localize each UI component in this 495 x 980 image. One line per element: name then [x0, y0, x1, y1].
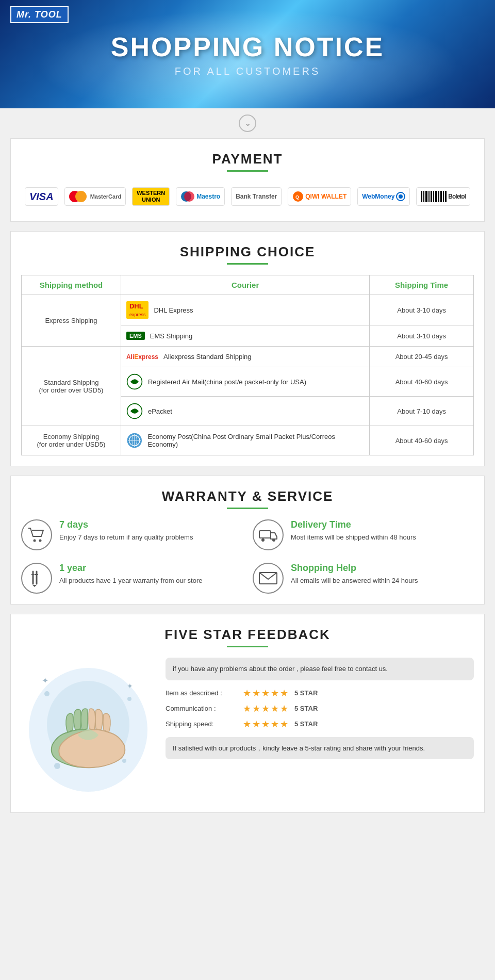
feedback-inner: ✦ ✦ if you have any problems abou: [21, 658, 474, 802]
warranty-text-7days: 7 days Enjoy 7 days to return if any qua…: [59, 519, 193, 543]
chevron-down-icon: ⌄: [239, 115, 256, 132]
epacket-time: About 7-10 days: [370, 397, 474, 426]
economy-time: About 40-60 days: [370, 426, 474, 455]
warranty-heading-1year: 1 year: [59, 563, 202, 574]
ems-courier-cell: EMS EMS Shipping: [121, 325, 369, 347]
boletol-label: Boletol: [448, 193, 466, 200]
svg-point-1: [184, 191, 194, 202]
chinapost-label: Registered Air Mail(china post/e packet-…: [148, 378, 306, 386]
banner-logo: Mr. TOOL: [10, 6, 69, 23]
chevron-row: ⌄: [0, 108, 495, 138]
mail-icon: [253, 563, 284, 594]
warranty-heading-7days: 7 days: [59, 519, 193, 530]
feedback-section: FIVE STAR FEEDBACK ✦ ✦: [10, 614, 485, 813]
svg-rect-10: [431, 191, 432, 202]
boletol-logo: Boletol: [416, 187, 470, 206]
warranty-text-delivery: Delivery Time Most items will be shipped…: [291, 519, 416, 543]
rating-stars-described: ★★★★★: [243, 688, 289, 699]
warranty-item-help: Shopping Help All emails will be answere…: [253, 563, 474, 594]
mc-circles: [69, 191, 87, 202]
tools-svg: [29, 569, 44, 587]
table-row: Economy Shipping(for order under USD5) E…: [22, 426, 474, 455]
webmoney-logo: WebMoney: [357, 187, 410, 206]
svg-point-5: [399, 194, 403, 199]
svg-point-25: [39, 540, 42, 542]
table-header-courier: Courier: [121, 275, 369, 295]
svg-rect-26: [259, 531, 271, 538]
mail-svg: [259, 571, 277, 585]
aliexpress-courier-cell: AliExpress Aliexpress Standard Shipping: [121, 347, 369, 367]
handshake-wrap: ✦ ✦: [21, 658, 155, 802]
rating-row-communication: Communication : ★★★★★ 5 STAR: [166, 703, 474, 714]
warranty-title: WARRANTY & SERVICE: [21, 488, 474, 504]
express-method: Express Shipping: [22, 295, 121, 347]
warranty-item-1year: 1 year All products have 1 year warranty…: [21, 563, 242, 594]
feedback-title: FIVE STAR FEEDBACK: [21, 627, 474, 643]
bubble2-text: If satisfied with our products，kindly le…: [173, 744, 425, 752]
banner-subtitle: FOR ALL CUSTOMERS: [175, 66, 321, 77]
warranty-heading-help: Shopping Help: [291, 563, 418, 574]
svg-point-39: [122, 759, 126, 763]
warranty-heading-delivery: Delivery Time: [291, 519, 416, 530]
qiwi-logo: Q QIWI WALLET: [288, 187, 351, 206]
rating-value-shipping: 5 STAR: [294, 720, 318, 728]
visa-logo: VISA: [25, 187, 58, 206]
economy-courier-cell: Economy Post(China Post Ordinary Small P…: [121, 426, 369, 455]
rating-label-shipping: Shipping speed:: [166, 720, 238, 728]
svg-rect-6: [421, 191, 422, 202]
svg-rect-15: [443, 191, 444, 202]
wu-label: WESTERNUNION: [137, 190, 165, 203]
rating-label-communication: Communication :: [166, 705, 238, 712]
svg-point-24: [34, 540, 36, 542]
svg-rect-13: [438, 191, 439, 202]
maestro-label: Maestro: [196, 193, 220, 200]
banner-title: SHOPPING NOTICE: [111, 31, 384, 62]
shipping-underline: [227, 263, 268, 265]
economy-courier: Economy Post(China Post Ordinary Small P…: [126, 430, 364, 451]
epacket-label: ePacket: [148, 407, 172, 415]
warranty-underline: [227, 508, 268, 509]
svg-point-28: [272, 538, 275, 542]
aliexpress-logo: AliExpress: [126, 353, 158, 361]
chinapost-time: About 40-60 days: [370, 367, 474, 397]
rating-value-communication: 5 STAR: [294, 705, 318, 712]
ems-courier: EMS EMS Shipping: [126, 330, 364, 342]
feedback-right: if you have any problems about the order…: [166, 658, 474, 759]
svg-point-36: [44, 691, 50, 696]
boletol-barcode-icon: [421, 191, 447, 202]
tools-icon: [21, 563, 52, 594]
table-header-method: Shipping method: [22, 275, 121, 295]
warranty-grid: 7 days Enjoy 7 days to return if any qua…: [21, 519, 474, 594]
epacket-courier-cell: ePacket: [121, 397, 369, 426]
svg-rect-8: [425, 191, 427, 202]
economy-method: Economy Shipping(for order under USD5): [22, 426, 121, 455]
table-row: Express Shipping DHLexpress DHL Express …: [22, 295, 474, 325]
warranty-section: WARRANTY & SERVICE 7 days Enjoy 7 days t…: [10, 476, 485, 605]
shipping-title: SHIPPING CHOICE: [21, 244, 474, 260]
svg-rect-14: [440, 191, 442, 202]
bank-transfer-logo: Bank Transfer: [231, 187, 282, 206]
aliexpress-label: Aliexpress Standard Shipping: [163, 353, 252, 361]
payment-section: PAYMENT VISA MasterCard WESTERNUNION Mae…: [10, 138, 485, 222]
svg-point-27: [261, 538, 265, 542]
un-logo: [126, 432, 143, 449]
rating-row-described: Item as described : ★★★★★ 5 STAR: [166, 688, 474, 699]
shipping-table: Shipping method Courier Shipping Time Ex…: [21, 275, 474, 455]
aliexpress-time: About 20-45 days: [370, 347, 474, 367]
mastercard-logo: MasterCard: [64, 187, 126, 206]
warranty-text-1year: 1 year All products have 1 year warranty…: [59, 563, 202, 586]
ems-logo: EMS: [126, 332, 145, 340]
dhl-label: DHL Express: [154, 306, 193, 314]
rating-rows: Item as described : ★★★★★ 5 STAR Communi…: [166, 688, 474, 730]
cart-icon: [21, 519, 52, 550]
dhl-logo: DHLexpress: [126, 301, 149, 319]
bubble1-text: if you have any problems about the order…: [173, 665, 388, 673]
rating-row-shipping: Shipping speed: ★★★★★ 5 STAR: [166, 718, 474, 730]
feedback-underline: [227, 646, 268, 647]
economy-label: Economy Post(China Post Ordinary Small P…: [148, 433, 365, 448]
maestro-icon: [180, 189, 195, 204]
webmoney-icon: [396, 192, 405, 201]
aliexpress-courier: AliExpress Aliexpress Standard Shipping: [126, 351, 364, 363]
cart-svg: [28, 527, 45, 543]
rating-label-described: Item as described :: [166, 689, 238, 697]
